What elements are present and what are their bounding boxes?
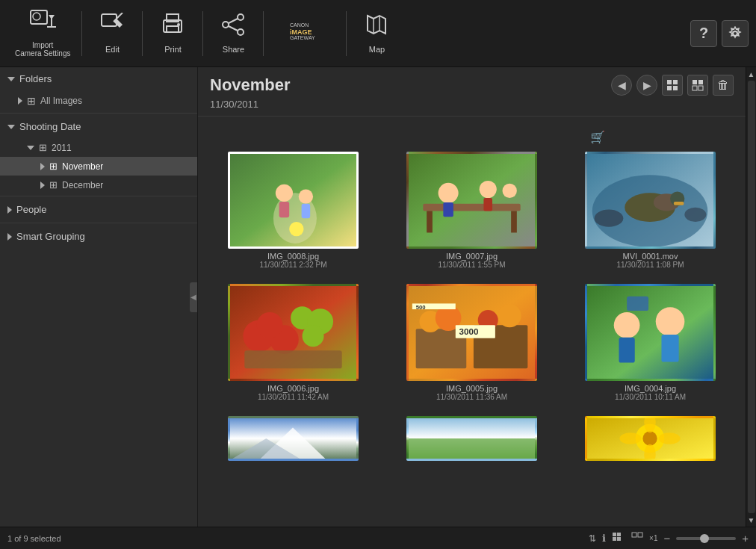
- photo-cell-2[interactable]: MVI_0001.mov 11/30/2011 1:08 PM: [568, 152, 732, 269]
- shooting-date-collapse-icon: [7, 125, 15, 129]
- scroll-thumb[interactable]: [748, 81, 755, 513]
- photo-label-2: MVI_0001.mov: [623, 252, 678, 261]
- main-content: Folders ⊞ All Images Shooting Date ⊞ 201…: [0, 67, 756, 527]
- svg-rect-98: [638, 533, 642, 537]
- selection-count: 1 of 9 selected: [7, 534, 61, 543]
- nav-next-button[interactable]: ▶: [636, 75, 657, 96]
- photo-label-4: IMG_0005.jpg: [446, 384, 498, 393]
- view-detail-button[interactable]: [687, 75, 708, 96]
- svg-rect-96: [617, 537, 621, 541]
- photo-thumb-8[interactable]: [585, 416, 716, 461]
- date-group-label: 11/30/2011: [210, 99, 258, 110]
- december-item[interactable]: ⊞ December: [0, 176, 197, 194]
- photo-thumb-0[interactable]: [228, 152, 359, 249]
- shooting-date-label: Shooting Date: [19, 121, 81, 132]
- canon-gateway-button[interactable]: CANONiMAGEGATEWAY: [267, 15, 342, 52]
- photo-cell-8[interactable]: [568, 416, 732, 461]
- info-button[interactable]: ℹ: [602, 533, 606, 544]
- import-button[interactable]: Import Camera Settings: [7, 4, 78, 62]
- photo-thumb-3[interactable]: [228, 284, 359, 381]
- svg-rect-27: [673, 86, 678, 90]
- nav-prev-button[interactable]: ◀: [611, 75, 632, 96]
- svg-text:3000: 3000: [459, 327, 479, 336]
- grid-view-small-button[interactable]: [612, 532, 624, 545]
- photo-cell-7[interactable]: [390, 416, 554, 461]
- shooting-date-section-header[interactable]: Shooting Date: [0, 115, 197, 138]
- photo-date-3: 11/30/2011 11:42 AM: [258, 393, 329, 401]
- photo-header-controls: ◀ ▶ 🗑: [611, 75, 734, 96]
- year-2011-icon: ⊞: [39, 142, 47, 153]
- grid-view-large-button[interactable]: [631, 532, 643, 545]
- year-2011-label: 2011: [52, 143, 72, 153]
- edit-button[interactable]: Edit: [86, 8, 138, 58]
- edit-label: Edit: [105, 45, 120, 54]
- svg-rect-24: [667, 80, 672, 84]
- import-icon: [29, 9, 56, 38]
- sidebar-collapse-handle[interactable]: ◀: [190, 282, 197, 312]
- svg-point-45: [480, 181, 497, 198]
- status-bar-right: ⇅ ℹ ×1 − +: [589, 532, 749, 545]
- right-scrollbar[interactable]: ▲ ▼: [746, 67, 756, 527]
- photo-cell-6[interactable]: [211, 416, 375, 461]
- photo-thumb-6[interactable]: [228, 416, 359, 461]
- svg-point-78: [656, 307, 685, 336]
- sort-button[interactable]: ⇅: [589, 533, 596, 544]
- photo-thumb-1[interactable]: [406, 152, 537, 249]
- svg-rect-85: [409, 438, 535, 460]
- svg-rect-93: [613, 533, 616, 536]
- photo-date-0: 11/30/2011 2:32 PM: [259, 261, 326, 269]
- photo-cell-0[interactable]: IMG_0008.jpg 11/30/2011 2:32 PM: [211, 152, 375, 269]
- photo-thumb-2[interactable]: [585, 152, 716, 249]
- photo-cell-4[interactable]: 500 3000 IMG_0005.jpg 11/30/2011 11:36 A…: [390, 284, 554, 401]
- svg-point-54: [595, 210, 624, 227]
- december-expand-icon: [40, 182, 45, 189]
- svg-rect-97: [632, 533, 636, 537]
- all-images-icon: ⊞: [27, 95, 36, 107]
- photo-thumb-5[interactable]: [585, 284, 716, 381]
- svg-point-11: [177, 23, 180, 26]
- svg-rect-25: [673, 80, 678, 84]
- print-label: Print: [164, 45, 182, 54]
- svg-point-13: [223, 22, 229, 28]
- status-bar: 1 of 9 selected ⇅ ℹ ×1 − +: [0, 527, 756, 549]
- photo-cell-1[interactable]: IMG_0007.jpg 11/30/2011 1:55 PM: [390, 152, 554, 269]
- svg-line-16: [229, 26, 238, 31]
- photo-cell-5[interactable]: IMG_0004.jpg 11/30/2011 10:11 AM: [568, 284, 732, 401]
- map-button[interactable]: Map: [350, 8, 403, 58]
- scroll-down-arrow[interactable]: ▼: [748, 516, 755, 524]
- photo-thumb-4[interactable]: 500 3000: [406, 284, 537, 381]
- help-button[interactable]: ?: [690, 20, 717, 47]
- photo-thumb-7[interactable]: [406, 416, 537, 461]
- svg-rect-37: [302, 204, 311, 218]
- delete-button[interactable]: 🗑: [713, 75, 734, 96]
- people-section-header[interactable]: People: [0, 198, 197, 221]
- svg-point-14: [238, 29, 244, 35]
- view-grid-button[interactable]: [662, 75, 683, 96]
- divider-2: [0, 196, 197, 196]
- scroll-up-arrow[interactable]: ▲: [748, 70, 755, 78]
- photo-cell-3[interactable]: IMG_0006.jpg 11/30/2011 11:42 AM: [211, 284, 375, 401]
- zoom-slider[interactable]: [676, 537, 736, 540]
- all-images-item[interactable]: ⊞ All Images: [0, 90, 197, 111]
- svg-rect-79: [661, 335, 678, 362]
- photo-grid-container[interactable]: 🛒: [198, 117, 746, 527]
- photo-date-2: 11/30/2011 1:08 PM: [616, 261, 684, 269]
- zoom-x1-label: ×1: [649, 534, 657, 542]
- zoom-plus-button[interactable]: +: [742, 532, 749, 545]
- svg-rect-77: [619, 338, 634, 363]
- photo-area-title: November: [210, 75, 291, 95]
- november-item[interactable]: ⊞ November: [0, 157, 197, 176]
- zoom-minus-button[interactable]: −: [663, 532, 670, 545]
- year-2011-item[interactable]: ⊞ 2011: [0, 138, 197, 157]
- settings-button[interactable]: [722, 20, 749, 47]
- share-button[interactable]: Share: [207, 8, 259, 58]
- smart-grouping-section-header[interactable]: Smart Grouping: [0, 225, 197, 248]
- november-icon: ⊞: [49, 161, 58, 172]
- folders-label: Folders: [19, 73, 52, 84]
- smart-grouping-collapse-icon: [7, 233, 12, 241]
- svg-point-47: [503, 184, 517, 198]
- import-label: Import Camera Settings: [15, 41, 70, 58]
- folders-section-header[interactable]: Folders: [0, 67, 197, 90]
- print-button[interactable]: Print: [146, 8, 199, 58]
- svg-point-88: [642, 431, 657, 445]
